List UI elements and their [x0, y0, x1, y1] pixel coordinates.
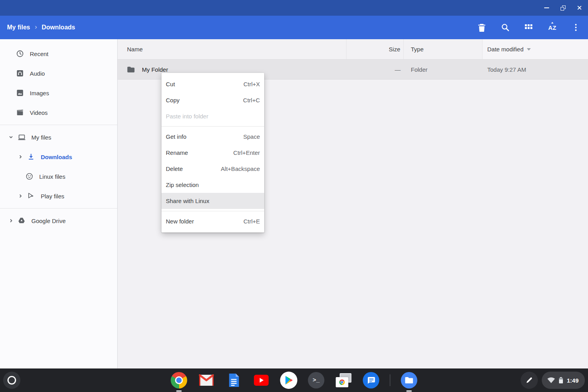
shelf-separator	[390, 374, 390, 386]
download-icon	[27, 152, 35, 161]
gmail-icon	[199, 374, 214, 386]
chevron-right-icon	[7, 218, 15, 223]
menu-divider	[162, 126, 264, 127]
menu-item-cut[interactable]: CutCtrl+X	[162, 76, 264, 92]
column-header-name[interactable]: Name	[118, 39, 347, 59]
sidebar-divider	[0, 208, 117, 209]
images-icon	[16, 89, 24, 97]
file-type: Folder	[404, 60, 483, 79]
menu-item-paste-into-folder: Paste into folder	[162, 108, 264, 124]
file-size: —	[347, 60, 404, 79]
sidebar-divider	[0, 125, 117, 125]
sidebar-item-my-files[interactable]: My files	[0, 127, 117, 147]
terminal-app-button[interactable]: >_	[308, 372, 325, 389]
clock-text: 1:49	[567, 377, 579, 384]
sidebar: Recent Audio Images Videos	[0, 39, 118, 368]
shortcut-label: Space	[243, 133, 260, 140]
column-header-date-modified[interactable]: Date modified	[483, 39, 588, 59]
laptop-icon	[17, 133, 26, 142]
search-icon	[501, 23, 510, 32]
shortcut-label: Ctrl+C	[243, 97, 260, 103]
stylus-button[interactable]	[521, 372, 538, 389]
column-header-size[interactable]: Size	[347, 39, 404, 59]
play-files-icon	[27, 192, 35, 200]
sidebar-item-label: Audio	[30, 70, 45, 77]
shortcut-label: Ctrl+X	[243, 81, 260, 87]
docs-app-button[interactable]	[225, 372, 243, 389]
search-button[interactable]	[500, 22, 510, 33]
more-options-icon	[575, 24, 577, 31]
delete-button[interactable]	[477, 22, 487, 33]
app-toolbar: My files › Downloads AZ	[0, 16, 588, 39]
videos-icon	[16, 108, 24, 117]
files-app-icon	[401, 372, 417, 388]
breadcrumb-current[interactable]: Downloads	[42, 24, 75, 31]
sidebar-item-images[interactable]: Images	[0, 83, 117, 103]
chevron-right-icon	[16, 194, 24, 198]
battery-icon	[559, 377, 563, 383]
chrome-remote-desktop-icon	[336, 373, 352, 387]
minimize-icon	[544, 7, 549, 8]
toolbar-actions: AZ	[477, 22, 581, 33]
menu-divider	[162, 211, 264, 211]
column-header-type[interactable]: Type	[404, 39, 483, 59]
menu-item-zip-selection[interactable]: Zip selection	[162, 177, 264, 193]
grid-view-button[interactable]	[524, 22, 534, 33]
sidebar-item-linux-files[interactable]: Linux files	[0, 167, 117, 186]
terminal-icon: >_	[308, 372, 325, 388]
sort-button[interactable]: AZ	[547, 22, 557, 33]
sidebar-item-videos[interactable]: Videos	[0, 103, 117, 122]
menu-item-delete[interactable]: DeleteAlt+Backspace	[162, 161, 264, 177]
wifi-icon	[547, 377, 555, 383]
restore-button[interactable]	[560, 5, 566, 11]
window-frame: ✕	[0, 0, 588, 16]
clock-icon	[16, 49, 24, 58]
menu-item-share-with-linux[interactable]: Share with Linux	[162, 193, 264, 209]
app-body: Recent Audio Images Videos	[0, 39, 588, 368]
context-menu: CutCtrl+X CopyCtrl+C Paste into folder G…	[162, 73, 264, 232]
menu-item-get-info[interactable]: Get infoSpace	[162, 129, 264, 145]
close-button[interactable]: ✕	[576, 5, 583, 11]
chrome-app-button[interactable]	[171, 372, 188, 389]
menu-item-copy[interactable]: CopyCtrl+C	[162, 92, 264, 108]
sidebar-item-label: Videos	[30, 109, 48, 116]
docs-icon	[228, 373, 240, 388]
launcher-button[interactable]	[3, 372, 20, 389]
chrome-icon	[171, 372, 187, 388]
google-drive-icon	[17, 216, 26, 225]
more-options-button[interactable]	[571, 22, 581, 33]
chrome-remote-desktop-app-button[interactable]	[335, 372, 352, 389]
grid-view-icon	[525, 24, 533, 31]
sidebar-item-play-files[interactable]: Play files	[0, 186, 117, 206]
gmail-app-button[interactable]	[198, 372, 215, 389]
shelf: >_	[0, 368, 588, 392]
sidebar-item-label: My files	[31, 134, 51, 141]
status-tray-button[interactable]: 1:49	[542, 372, 585, 389]
sidebar-item-label: Google Drive	[31, 218, 66, 224]
youtube-app-button[interactable]	[253, 372, 270, 389]
breadcrumb-root[interactable]: My files	[7, 24, 30, 31]
sidebar-item-google-drive[interactable]: Google Drive	[0, 211, 117, 230]
sidebar-item-label: Downloads	[41, 154, 72, 160]
audio-icon	[16, 69, 24, 78]
sidebar-item-downloads[interactable]: Downloads	[0, 147, 117, 167]
shortcut-label: Ctrl+E	[243, 218, 260, 225]
sidebar-item-audio[interactable]: Audio	[0, 64, 117, 83]
messages-app-button[interactable]	[363, 372, 380, 389]
menu-item-rename[interactable]: RenameCtrl+Enter	[162, 145, 264, 161]
sidebar-item-label: Linux files	[39, 173, 65, 180]
menu-item-new-folder[interactable]: New folderCtrl+E	[162, 213, 264, 229]
play-store-app-button[interactable]	[280, 372, 298, 389]
files-app-button[interactable]	[401, 372, 418, 389]
sidebar-item-label: Recent	[30, 51, 49, 57]
file-date-modified: Today 9:27 AM	[483, 60, 588, 79]
sidebar-item-recent[interactable]: Recent	[0, 44, 117, 64]
minimize-button[interactable]	[543, 5, 550, 11]
chevron-right-icon	[16, 154, 24, 159]
running-indicator	[407, 390, 412, 392]
file-list-header: Name Size Type Date modified	[118, 39, 588, 60]
file-name: My Folder	[142, 66, 168, 73]
sort-direction-icon	[527, 48, 531, 51]
folder-icon	[127, 66, 135, 73]
shortcut-label: Alt+Backspace	[221, 165, 260, 172]
